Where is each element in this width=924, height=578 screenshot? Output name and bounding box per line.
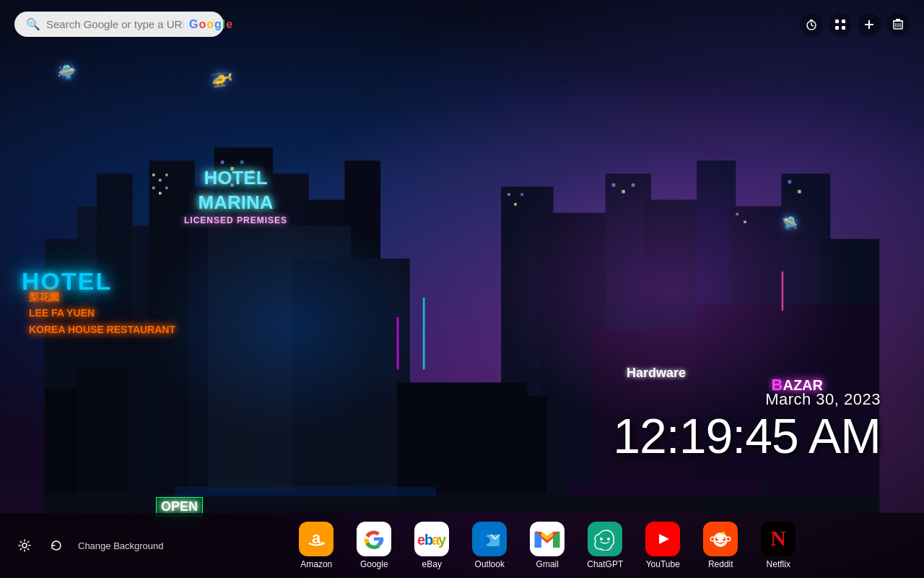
google-logo: Google: [189, 18, 232, 31]
reddit-icon: [703, 522, 738, 556]
chatgpt-label: ChatGPT: [587, 559, 623, 569]
g-red2: e: [226, 18, 232, 31]
settings-icon: [18, 539, 31, 552]
amazon-icon: a: [299, 522, 334, 556]
marina-subtitle: LICENSED PREMISES: [184, 215, 287, 227]
svg-point-82: [600, 538, 603, 540]
svg-point-96: [727, 538, 730, 540]
timer-icon: [806, 19, 817, 30]
g-blue: G: [189, 18, 198, 31]
g-blue2: g: [214, 18, 222, 31]
marina-title: HOTELMARINA: [184, 166, 287, 215]
amazon-label: Amazon: [300, 559, 332, 569]
svg-point-83: [607, 538, 610, 540]
svg-text:N: N: [770, 526, 786, 550]
app-netflix[interactable]: N Netflix: [752, 519, 804, 572]
google-logo: [362, 527, 385, 551]
taskbar-left-controls: Change Background: [14, 535, 164, 556]
chatgpt-logo: [593, 527, 616, 551]
svg-rect-61: [842, 20, 845, 23]
gmail-icon: [530, 522, 565, 556]
g-yellow: o: [206, 18, 214, 31]
add-button[interactable]: [858, 13, 881, 36]
outlook-icon: [472, 522, 507, 556]
app-youtube[interactable]: YouTube: [637, 519, 689, 572]
flying-ship-3: 🛸: [781, 215, 798, 232]
gmail-logo: [534, 529, 560, 549]
youtube-icon: [645, 522, 680, 556]
youtube-label: YouTube: [646, 559, 680, 569]
neon-marina-sign: HOTELMARINA LICENSED PREMISES: [184, 166, 287, 226]
search-input[interactable]: [46, 18, 183, 30]
reddit-logo: [707, 526, 733, 552]
app-reddit[interactable]: Reddit: [694, 519, 746, 572]
app-outlook[interactable]: Outlook: [463, 519, 515, 572]
svg-point-98: [723, 538, 725, 540]
flying-ship-2: 🚁: [208, 64, 234, 89]
app-google[interactable]: Google: [348, 519, 400, 572]
date-display: March 30, 2023: [613, 390, 881, 409]
outlook-logo: [478, 527, 501, 551]
app-amazon[interactable]: a Amazon: [290, 519, 342, 572]
refresh-button[interactable]: [46, 535, 66, 556]
svg-rect-59: [810, 20, 813, 21]
app-gmail[interactable]: Gmail: [521, 519, 573, 572]
time-display: 12:19:45 AM: [613, 409, 881, 463]
svg-line-58: [811, 25, 814, 26]
ebay-logo: e b a y: [416, 527, 448, 551]
reddit-label: Reddit: [708, 559, 733, 569]
datetime-display: March 30, 2023 12:19:45 AM: [613, 390, 881, 463]
amazon-logo: a: [305, 527, 328, 551]
ebay-icon: e b a y: [414, 522, 449, 556]
app-chatgpt[interactable]: ChatGPT: [579, 519, 631, 572]
grid-icon: [834, 19, 846, 30]
svg-point-97: [717, 538, 719, 540]
apps-grid-button[interactable]: [829, 13, 852, 36]
svg-point-94: [711, 538, 714, 540]
search-bar[interactable]: 🔍 Google: [14, 12, 224, 37]
app-ebay[interactable]: e b a y eBay: [406, 519, 458, 572]
timer-button[interactable]: [800, 13, 823, 36]
svg-rect-62: [835, 26, 839, 30]
netflix-logo: N: [765, 526, 791, 552]
change-background-label[interactable]: Change Background: [78, 540, 164, 551]
trash-icon: [893, 19, 903, 30]
google-icon: [357, 522, 391, 556]
search-icon: 🔍: [26, 17, 40, 31]
outlook-label: Outlook: [475, 559, 505, 569]
svg-point-80: [483, 537, 490, 544]
chatgpt-icon: [588, 522, 622, 556]
gmail-label: Gmail: [536, 559, 559, 569]
svg-rect-68: [896, 19, 900, 21]
app-shortcuts: a Amazon Google: [186, 519, 910, 572]
g-red: o: [199, 18, 206, 31]
plus-icon: [863, 19, 875, 30]
flying-ship-1: 🛸: [56, 62, 77, 82]
neon-hardware-sign: Hardware: [627, 366, 686, 381]
refresh-icon: [50, 539, 63, 552]
taskbar: Change Background a Amazon: [0, 513, 924, 578]
svg-point-72: [22, 543, 27, 548]
g-green: l: [222, 18, 225, 31]
neon-chinese-sign: 梨花園LEE FA YUENKOREA HOUSE RESTAURANT: [29, 289, 175, 337]
netflix-icon: N: [761, 522, 796, 556]
youtube-logo: [649, 529, 676, 549]
svg-rect-60: [835, 20, 839, 23]
settings-button[interactable]: [14, 535, 35, 556]
ebay-label: eBay: [422, 559, 442, 569]
google-label: Google: [360, 559, 388, 569]
toolbar: 🔍 Google: [0, 12, 924, 37]
svg-rect-63: [842, 26, 845, 30]
delete-button[interactable]: [886, 13, 910, 36]
toolbar-right: [800, 13, 910, 36]
netflix-label: Netflix: [767, 559, 790, 569]
svg-text:y: y: [438, 532, 447, 548]
